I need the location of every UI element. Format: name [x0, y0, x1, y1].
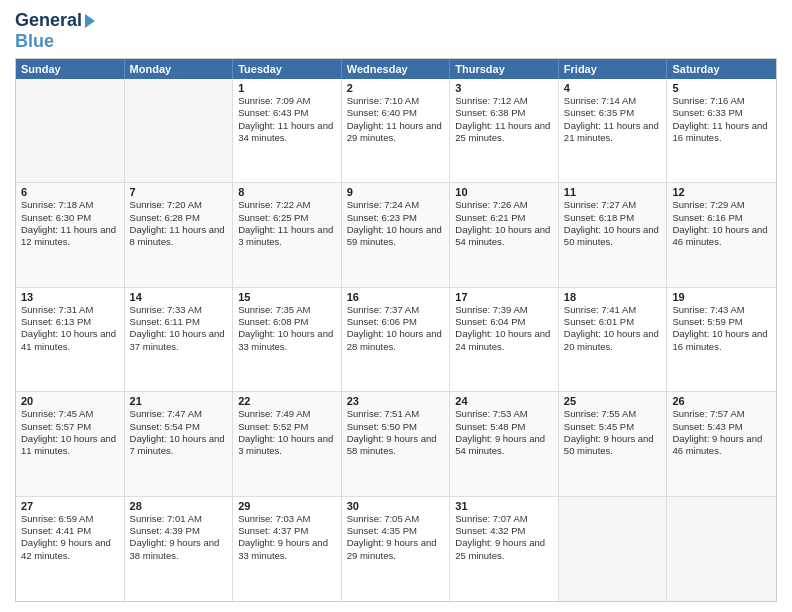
- day-number: 28: [130, 500, 228, 512]
- sunrise-text: Sunrise: 7:27 AM: [564, 199, 662, 211]
- calendar-cell: 12Sunrise: 7:29 AMSunset: 6:16 PMDayligh…: [667, 183, 776, 286]
- sunrise-text: Sunrise: 7:47 AM: [130, 408, 228, 420]
- header-day-tuesday: Tuesday: [233, 59, 342, 79]
- day-number: 3: [455, 82, 553, 94]
- sunrise-text: Sunrise: 7:07 AM: [455, 513, 553, 525]
- daylight-text: Daylight: 11 hours and 8 minutes.: [130, 224, 228, 249]
- daylight-text: Daylight: 10 hours and 3 minutes.: [238, 433, 336, 458]
- calendar-cell: 21Sunrise: 7:47 AMSunset: 5:54 PMDayligh…: [125, 392, 234, 495]
- sunset-text: Sunset: 6:08 PM: [238, 316, 336, 328]
- calendar-cell: 29Sunrise: 7:03 AMSunset: 4:37 PMDayligh…: [233, 497, 342, 601]
- day-number: 2: [347, 82, 445, 94]
- daylight-text: Daylight: 9 hours and 42 minutes.: [21, 537, 119, 562]
- sunrise-text: Sunrise: 7:26 AM: [455, 199, 553, 211]
- daylight-text: Daylight: 10 hours and 16 minutes.: [672, 328, 771, 353]
- calendar-header: SundayMondayTuesdayWednesdayThursdayFrid…: [16, 59, 776, 79]
- logo-general: General: [15, 10, 82, 31]
- sunset-text: Sunset: 5:59 PM: [672, 316, 771, 328]
- daylight-text: Daylight: 11 hours and 34 minutes.: [238, 120, 336, 145]
- daylight-text: Daylight: 10 hours and 46 minutes.: [672, 224, 771, 249]
- sunrise-text: Sunrise: 7:57 AM: [672, 408, 771, 420]
- sunset-text: Sunset: 6:06 PM: [347, 316, 445, 328]
- sunrise-text: Sunrise: 7:16 AM: [672, 95, 771, 107]
- sunrise-text: Sunrise: 7:29 AM: [672, 199, 771, 211]
- day-number: 4: [564, 82, 662, 94]
- sunrise-text: Sunrise: 7:10 AM: [347, 95, 445, 107]
- sunset-text: Sunset: 5:57 PM: [21, 421, 119, 433]
- day-number: 10: [455, 186, 553, 198]
- sunset-text: Sunset: 6:13 PM: [21, 316, 119, 328]
- daylight-text: Daylight: 10 hours and 37 minutes.: [130, 328, 228, 353]
- daylight-text: Daylight: 9 hours and 46 minutes.: [672, 433, 771, 458]
- sunrise-text: Sunrise: 7:39 AM: [455, 304, 553, 316]
- logo-line1: General: [15, 10, 95, 31]
- day-number: 1: [238, 82, 336, 94]
- sunset-text: Sunset: 5:52 PM: [238, 421, 336, 433]
- sunrise-text: Sunrise: 7:35 AM: [238, 304, 336, 316]
- sunset-text: Sunset: 4:32 PM: [455, 525, 553, 537]
- calendar-cell: 31Sunrise: 7:07 AMSunset: 4:32 PMDayligh…: [450, 497, 559, 601]
- sunrise-text: Sunrise: 7:12 AM: [455, 95, 553, 107]
- day-number: 30: [347, 500, 445, 512]
- sunset-text: Sunset: 6:23 PM: [347, 212, 445, 224]
- day-number: 31: [455, 500, 553, 512]
- day-number: 9: [347, 186, 445, 198]
- sunset-text: Sunset: 6:11 PM: [130, 316, 228, 328]
- sunset-text: Sunset: 6:30 PM: [21, 212, 119, 224]
- sunset-text: Sunset: 4:37 PM: [238, 525, 336, 537]
- calendar-cell: 20Sunrise: 7:45 AMSunset: 5:57 PMDayligh…: [16, 392, 125, 495]
- daylight-text: Daylight: 10 hours and 20 minutes.: [564, 328, 662, 353]
- daylight-text: Daylight: 10 hours and 59 minutes.: [347, 224, 445, 249]
- daylight-text: Daylight: 9 hours and 25 minutes.: [455, 537, 553, 562]
- daylight-text: Daylight: 11 hours and 29 minutes.: [347, 120, 445, 145]
- page: General Blue SundayMondayTuesdayWednesda…: [0, 0, 792, 612]
- day-number: 22: [238, 395, 336, 407]
- calendar-cell: 28Sunrise: 7:01 AMSunset: 4:39 PMDayligh…: [125, 497, 234, 601]
- header-day-monday: Monday: [125, 59, 234, 79]
- calendar-cell: [16, 79, 125, 182]
- day-number: 13: [21, 291, 119, 303]
- sunset-text: Sunset: 6:21 PM: [455, 212, 553, 224]
- daylight-text: Daylight: 10 hours and 50 minutes.: [564, 224, 662, 249]
- calendar-cell: [667, 497, 776, 601]
- sunrise-text: Sunrise: 7:24 AM: [347, 199, 445, 211]
- calendar-cell: 27Sunrise: 6:59 AMSunset: 4:41 PMDayligh…: [16, 497, 125, 601]
- sunrise-text: Sunrise: 7:18 AM: [21, 199, 119, 211]
- daylight-text: Daylight: 10 hours and 7 minutes.: [130, 433, 228, 458]
- calendar-cell: 16Sunrise: 7:37 AMSunset: 6:06 PMDayligh…: [342, 288, 451, 391]
- sunset-text: Sunset: 6:43 PM: [238, 107, 336, 119]
- sunrise-text: Sunrise: 7:37 AM: [347, 304, 445, 316]
- calendar-cell: 1Sunrise: 7:09 AMSunset: 6:43 PMDaylight…: [233, 79, 342, 182]
- day-number: 19: [672, 291, 771, 303]
- sunset-text: Sunset: 5:43 PM: [672, 421, 771, 433]
- day-number: 6: [21, 186, 119, 198]
- sunset-text: Sunset: 6:01 PM: [564, 316, 662, 328]
- daylight-text: Daylight: 11 hours and 12 minutes.: [21, 224, 119, 249]
- sunset-text: Sunset: 6:33 PM: [672, 107, 771, 119]
- calendar-cell: 26Sunrise: 7:57 AMSunset: 5:43 PMDayligh…: [667, 392, 776, 495]
- calendar-cell: 15Sunrise: 7:35 AMSunset: 6:08 PMDayligh…: [233, 288, 342, 391]
- day-number: 17: [455, 291, 553, 303]
- calendar-cell: 9Sunrise: 7:24 AMSunset: 6:23 PMDaylight…: [342, 183, 451, 286]
- sunrise-text: Sunrise: 7:49 AM: [238, 408, 336, 420]
- sunset-text: Sunset: 4:41 PM: [21, 525, 119, 537]
- sunset-text: Sunset: 5:50 PM: [347, 421, 445, 433]
- calendar-cell: 3Sunrise: 7:12 AMSunset: 6:38 PMDaylight…: [450, 79, 559, 182]
- calendar-cell: 4Sunrise: 7:14 AMSunset: 6:35 PMDaylight…: [559, 79, 668, 182]
- daylight-text: Daylight: 11 hours and 21 minutes.: [564, 120, 662, 145]
- sunrise-text: Sunrise: 7:45 AM: [21, 408, 119, 420]
- day-number: 26: [672, 395, 771, 407]
- logo-arrow-icon: [85, 14, 95, 28]
- sunset-text: Sunset: 6:18 PM: [564, 212, 662, 224]
- sunset-text: Sunset: 6:28 PM: [130, 212, 228, 224]
- day-number: 25: [564, 395, 662, 407]
- sunset-text: Sunset: 6:38 PM: [455, 107, 553, 119]
- calendar-week-3: 13Sunrise: 7:31 AMSunset: 6:13 PMDayligh…: [16, 288, 776, 392]
- calendar-cell: 25Sunrise: 7:55 AMSunset: 5:45 PMDayligh…: [559, 392, 668, 495]
- day-number: 15: [238, 291, 336, 303]
- sunset-text: Sunset: 5:54 PM: [130, 421, 228, 433]
- daylight-text: Daylight: 10 hours and 41 minutes.: [21, 328, 119, 353]
- daylight-text: Daylight: 9 hours and 38 minutes.: [130, 537, 228, 562]
- calendar-cell: 18Sunrise: 7:41 AMSunset: 6:01 PMDayligh…: [559, 288, 668, 391]
- calendar-week-5: 27Sunrise: 6:59 AMSunset: 4:41 PMDayligh…: [16, 497, 776, 601]
